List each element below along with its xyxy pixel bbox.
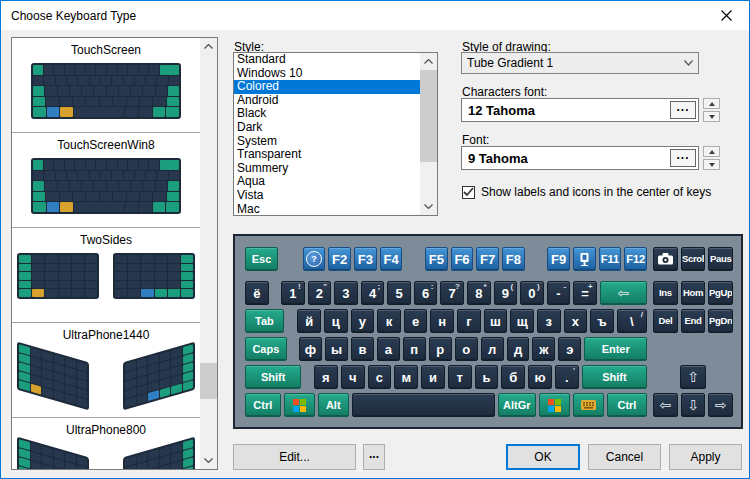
key-arrow-up: ⇧ bbox=[680, 365, 706, 389]
key-9: 9( bbox=[494, 281, 518, 305]
key-f10 bbox=[573, 247, 596, 271]
key-shift-symbol: * bbox=[483, 282, 486, 291]
keyboard-gap bbox=[281, 247, 300, 248]
key-й: й bbox=[297, 309, 321, 333]
keyboard-row: Shiftячсмитьбю.'Shift bbox=[245, 365, 647, 389]
ok-button[interactable]: OK bbox=[506, 444, 580, 470]
key-щ: щ bbox=[510, 309, 534, 333]
scrollbar-thumb[interactable] bbox=[200, 363, 217, 399]
style-option-dark[interactable]: Dark bbox=[234, 121, 420, 135]
scroll-up-icon[interactable] bbox=[420, 53, 437, 70]
keyboard-type-items: TouchScreenTouchScreenWin8TwoSidesUltraP… bbox=[12, 38, 200, 469]
spin-down-button[interactable] bbox=[703, 159, 720, 170]
style-option-vista[interactable]: Vista bbox=[234, 189, 420, 203]
key-f12: F12 bbox=[624, 247, 647, 271]
key-к: к bbox=[377, 309, 401, 333]
spin-down-button[interactable] bbox=[703, 111, 720, 122]
style-option-aqua[interactable]: Aqua bbox=[234, 175, 420, 189]
keyboard-thumbnail-wrap bbox=[12, 447, 200, 469]
spin-up-button[interactable] bbox=[703, 146, 720, 157]
key-ц: ц bbox=[324, 309, 348, 333]
style-option-android[interactable]: Android bbox=[234, 94, 420, 108]
characters-font-label: Characters font: bbox=[462, 85, 547, 99]
more-options-button[interactable]: ... bbox=[363, 444, 385, 470]
key-pgup: PgUp bbox=[708, 281, 733, 305]
keyboard-gap bbox=[709, 365, 733, 366]
style-option-windows-10[interactable]: Windows 10 bbox=[234, 67, 420, 81]
keyboard-thumbnail bbox=[17, 437, 89, 469]
apply-button[interactable]: Apply bbox=[669, 444, 742, 470]
keyboard-type-label: TwoSides bbox=[12, 228, 200, 247]
characters-font-field[interactable]: 12 Tahoma ... bbox=[461, 98, 699, 122]
key-в: в bbox=[351, 337, 374, 361]
key-enter: Enter bbox=[584, 337, 647, 361]
key-3: 3 bbox=[334, 281, 358, 305]
scroll-up-icon[interactable] bbox=[200, 38, 217, 55]
key-7: 7? bbox=[440, 281, 464, 305]
keyboard-thumbnail bbox=[17, 342, 89, 411]
style-option-standard[interactable]: Standard bbox=[234, 53, 420, 67]
key-prtscr bbox=[653, 247, 678, 271]
key-alt: Alt bbox=[318, 393, 349, 417]
keyboard-side-block: ScrolPausInsHomPgUpDelEndPgDn⇧⇦⇩⇨ bbox=[653, 247, 733, 427]
keyboard-row: CtrlAltAltGrCtrl bbox=[245, 393, 647, 417]
style-listbox: StandardWindows 10ColoredAndroidBlackDar… bbox=[233, 52, 438, 216]
key-п: п bbox=[403, 337, 426, 361]
style-option-mac[interactable]: Mac bbox=[234, 203, 420, 216]
style-option-transparent[interactable]: Transparent bbox=[234, 148, 420, 162]
scroll-down-icon[interactable] bbox=[200, 452, 217, 469]
keyboard-list-scrollbar[interactable] bbox=[200, 38, 217, 469]
keyboard-type-item-touchscreen[interactable]: TouchScreen bbox=[12, 38, 200, 133]
key-space bbox=[352, 393, 495, 417]
cancel-button[interactable]: Cancel bbox=[588, 444, 661, 470]
keyboard-type-item-twosides[interactable]: TwoSides bbox=[12, 228, 200, 323]
dialog-title: Choose Keyboard Type bbox=[1, 9, 704, 23]
keyboard-thumbnail bbox=[17, 253, 99, 299]
key-shift-symbol: " bbox=[323, 282, 327, 291]
keyboard-gap bbox=[528, 247, 545, 248]
font-browse-button[interactable]: ... bbox=[670, 149, 696, 167]
keyboard-gap bbox=[290, 337, 296, 338]
font-field[interactable]: 9 Tahoma ... bbox=[461, 146, 699, 170]
spin-up-button[interactable] bbox=[703, 98, 720, 109]
keyboard-thumbnail-wrap bbox=[12, 63, 200, 119]
edit-button[interactable]: Edit... bbox=[233, 444, 356, 470]
keyboard-icon bbox=[581, 400, 596, 410]
key-caps: Caps bbox=[245, 337, 287, 361]
key-scroll-lock: Scrol bbox=[681, 247, 706, 271]
key-и: и bbox=[421, 365, 445, 389]
style-option-colored[interactable]: Colored bbox=[234, 80, 420, 94]
keyboard-main-block: Esc?F2F3F4F5F6F7F8F9F11F12ё1!2"34;56:7?8… bbox=[245, 247, 647, 427]
key-з: з bbox=[537, 309, 561, 333]
key-с: с bbox=[368, 365, 392, 389]
key-shift-symbol: ) bbox=[537, 282, 540, 291]
scrollbar-thumb[interactable] bbox=[420, 70, 437, 162]
keyboard-type-item-touchscreenwin8[interactable]: TouchScreenWin8 bbox=[12, 133, 200, 228]
keyboard-gap bbox=[272, 281, 278, 282]
key-у: у bbox=[351, 309, 375, 333]
key-win-right bbox=[539, 393, 570, 417]
style-option-summery[interactable]: Summery bbox=[234, 162, 420, 176]
keyboard-type-item-ultraphone800[interactable]: UltraPhone800 bbox=[12, 418, 200, 469]
style-of-drawing-combobox[interactable]: Tube Gradient 1 bbox=[461, 52, 699, 74]
key-ь: ь bbox=[475, 365, 499, 389]
style-option-black[interactable]: Black bbox=[234, 107, 420, 121]
keyboard-side-row bbox=[653, 337, 733, 361]
style-option-system[interactable]: System bbox=[234, 135, 420, 149]
keyboard-type-item-ultraphone1440[interactable]: UltraPhone1440 bbox=[12, 323, 200, 418]
key-о: о bbox=[455, 337, 478, 361]
key-delete: Del bbox=[653, 309, 678, 333]
style-list-scrollbar[interactable] bbox=[420, 53, 437, 215]
windows-logo-icon bbox=[293, 399, 306, 412]
characters-font-browse-button[interactable]: ... bbox=[670, 101, 696, 119]
titlebar: Choose Keyboard Type bbox=[1, 1, 749, 30]
keyboard-thumbnail-wrap bbox=[12, 253, 200, 299]
key-f11: F11 bbox=[599, 247, 622, 271]
triangle-down-icon bbox=[709, 163, 715, 167]
close-button[interactable] bbox=[704, 1, 749, 30]
key-д: д bbox=[507, 337, 530, 361]
scroll-down-icon[interactable] bbox=[420, 198, 437, 215]
camera-icon bbox=[658, 253, 673, 265]
key-э: э bbox=[558, 337, 581, 361]
show-labels-checkbox[interactable] bbox=[462, 186, 475, 199]
